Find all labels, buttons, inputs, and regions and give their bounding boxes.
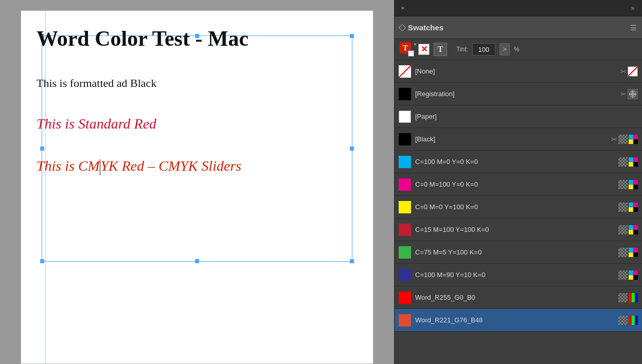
panel-menu-icon[interactable]: ☰ <box>630 24 637 32</box>
grid-icon-green <box>618 248 628 257</box>
cmyk-icon-blue <box>629 270 638 280</box>
cmyk-icon-yellow <box>629 203 638 212</box>
panel-top-row: × » <box>395 0 642 16</box>
swatch-row-black[interactable]: [Black] ✂ <box>395 128 642 151</box>
handle-br[interactable] <box>350 259 354 263</box>
swatch-right-icons-green <box>618 248 638 257</box>
svg-rect-22 <box>629 203 633 207</box>
swatch-name-black: [Black] <box>415 135 607 143</box>
text-black: This is formatted ad Black <box>37 77 358 90</box>
t-button-label: T <box>438 45 443 54</box>
swatch-color-black <box>399 133 411 145</box>
swatches-list: [None] ✂ [Registration] ✂ <box>395 60 642 364</box>
cmyk-icon-red <box>629 225 638 234</box>
scissors-icon-black: ✂ <box>611 135 617 143</box>
swatch-color-blue <box>399 269 411 281</box>
swatch-color-yellow <box>399 201 411 213</box>
handle-bc[interactable] <box>195 259 199 263</box>
tint-label: Tint: <box>456 46 468 53</box>
tint-arrow-icon: > <box>503 46 506 53</box>
svg-rect-6 <box>629 139 633 144</box>
svg-rect-34 <box>629 248 633 252</box>
svg-rect-25 <box>633 207 638 212</box>
swatch-right-icons-cyan <box>618 157 638 167</box>
panel-top-icons-left: × <box>399 4 407 12</box>
grid-icon-word-orange <box>618 316 628 325</box>
svg-rect-30 <box>629 230 633 234</box>
svg-rect-29 <box>633 225 638 230</box>
swatch-name-yellow: C=0 M=0 Y=100 K=0 <box>415 203 614 211</box>
diamond-icon <box>399 24 406 31</box>
swatch-row-none[interactable]: [None] ✂ <box>395 60 642 83</box>
tool-arrow-icon: ▼ <box>413 42 417 47</box>
svg-rect-50 <box>632 316 635 325</box>
none-color-box[interactable]: ✕ <box>418 44 430 55</box>
cmyk-icon-green <box>629 248 638 257</box>
tint-arrow-button[interactable]: > <box>500 43 510 56</box>
swatch-name-green: C=75 M=5 Y=100 K=0 <box>415 248 614 256</box>
swatch-row-word-red[interactable]: Word_R255_G0_B0 <box>395 286 642 309</box>
panel-collapse-button[interactable]: » <box>628 4 638 12</box>
stroke-indicator <box>408 50 414 57</box>
swatch-name-magenta: C=0 M=100 Y=0 K=0 <box>415 180 614 188</box>
swatch-name-word-orange: Word_R221_G76_B48 <box>415 316 614 324</box>
registration-right-icon <box>628 89 638 99</box>
swatch-right-icons-word-orange <box>618 316 638 325</box>
swatch-name-none: [None] <box>415 67 616 75</box>
none-x-icon: ✕ <box>421 45 427 53</box>
grid-icon-word-red <box>618 293 628 302</box>
swatch-row-yellow[interactable]: C=0 M=0 Y=100 K=0 <box>395 196 642 219</box>
text-red-cmyk: This is CMYK Red – CMYK Sliders <box>37 158 358 175</box>
panel-close-button[interactable]: × <box>399 4 407 12</box>
cmyk-icon-cyan <box>629 157 638 167</box>
grid-icon-cyan <box>618 157 628 167</box>
svg-rect-19 <box>633 185 638 189</box>
percent-label: % <box>514 46 520 53</box>
svg-rect-41 <box>633 270 638 275</box>
swatch-name-word-red: Word_R255_G0_B0 <box>415 294 614 301</box>
swatch-row-red[interactable]: C=15 M=100 Y=100 K=0 <box>395 219 642 241</box>
swatch-row-green[interactable]: C=75 M=5 Y=100 K=0 <box>395 241 642 264</box>
svg-rect-47 <box>632 293 635 302</box>
svg-rect-17 <box>633 180 638 185</box>
svg-rect-13 <box>633 162 638 167</box>
svg-rect-18 <box>629 185 633 189</box>
swatch-row-magenta[interactable]: C=0 M=100 Y=0 K=0 <box>395 173 642 196</box>
swatch-row-blue[interactable]: C=100 M=90 Y=10 K=0 <box>395 264 642 286</box>
swatch-right-icons-red <box>618 225 638 234</box>
text-color-button[interactable]: T <box>434 43 447 56</box>
svg-rect-11 <box>633 157 638 162</box>
document-page: Word Color Test - Mac This is formatted … <box>21 10 373 364</box>
swatch-row-paper[interactable]: [Paper] <box>395 105 642 128</box>
swatch-color-green <box>399 246 411 259</box>
handle-bl[interactable] <box>40 259 44 263</box>
swatch-right-icons-black: ✂ <box>611 135 638 144</box>
swatch-name-blue: C=100 M=90 Y=10 K=0 <box>415 271 614 279</box>
swatch-right-icons-word-red <box>618 293 638 302</box>
svg-rect-37 <box>633 252 638 257</box>
svg-rect-28 <box>629 225 633 230</box>
swatches-panel: × » Swatches ☰ T ▼ ✕ T <box>394 0 642 364</box>
swatch-color-word-red <box>399 292 411 304</box>
swatch-color-word-orange <box>399 314 411 326</box>
svg-rect-35 <box>633 248 638 252</box>
rgb-icon-word-red <box>629 293 638 302</box>
svg-rect-51 <box>635 316 638 325</box>
svg-rect-48 <box>635 293 638 302</box>
tint-input[interactable] <box>472 43 495 56</box>
swatch-row-cyan[interactable]: C=100 M=0 Y=0 K=0 <box>395 151 642 173</box>
swatch-right-icons-none: ✂ <box>620 66 638 77</box>
swatch-row-word-orange[interactable]: Word_R221_G76_B48 <box>395 309 642 332</box>
svg-rect-40 <box>629 270 633 275</box>
swatch-row-registration[interactable]: [Registration] ✂ <box>395 83 642 105</box>
swatch-right-icons-yellow <box>618 203 638 212</box>
panel-header-left: Swatches <box>400 23 443 32</box>
fill-color-tool[interactable]: T ▼ <box>400 42 414 57</box>
swatch-color-cyan <box>399 156 411 168</box>
svg-rect-46 <box>629 293 632 302</box>
text-red-cmyk-content: This is CM <box>37 158 100 174</box>
svg-rect-31 <box>633 230 638 234</box>
page-content: Word Color Test - Mac This is formatted … <box>21 11 373 186</box>
swatch-name-red: C=15 M=100 Y=100 K=0 <box>415 226 614 233</box>
svg-rect-7 <box>633 139 638 144</box>
